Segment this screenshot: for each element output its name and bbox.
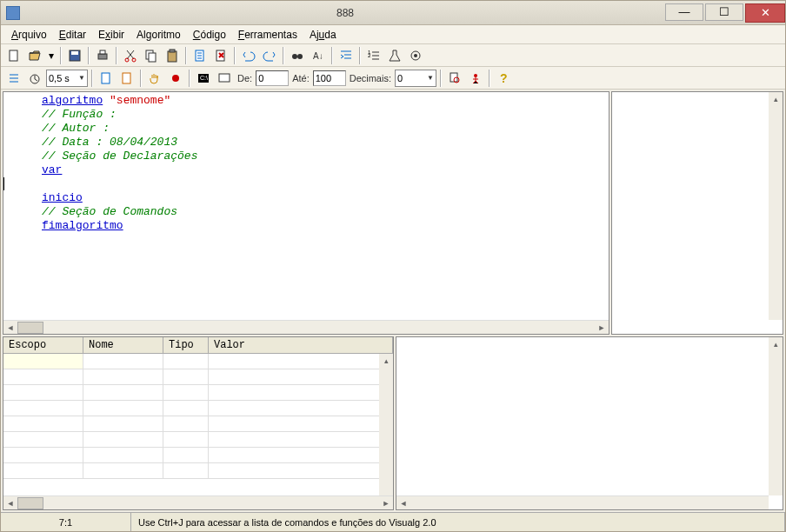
doc1-button[interactable] (97, 69, 116, 88)
svg-text:?: ? (500, 71, 508, 85)
separator (88, 47, 90, 64)
svg-rect-26 (219, 74, 230, 82)
save-button[interactable] (65, 46, 84, 65)
help-button[interactable]: ? (494, 69, 513, 88)
console-icon: C:\ (196, 71, 210, 85)
number-button[interactable]: 12 (364, 46, 383, 65)
status-message: Use Ctrl+J para acessar a lista de coman… (131, 513, 785, 531)
col-tipo[interactable]: Tipo (163, 337, 209, 353)
clock-icon (28, 71, 42, 85)
code-editor[interactable]: algoritmo "semnome" // Função : // Autor… (3, 91, 609, 335)
separator (359, 47, 361, 64)
menu-ajuda[interactable]: Ajuda (304, 27, 342, 43)
timer-combo[interactable]: 0,5 s▼ (46, 70, 88, 87)
timer-button[interactable] (25, 69, 44, 88)
grid-row[interactable] (3, 354, 393, 369)
side-vscroll[interactable]: ▴ (769, 92, 783, 320)
grid-row[interactable] (3, 401, 393, 416)
grid-row[interactable] (3, 463, 393, 479)
window-controls: — ☐ ✕ (665, 3, 785, 23)
menu-algoritmo[interactable]: Algoritmo (131, 27, 186, 43)
binoculars-icon (290, 49, 304, 63)
open-icon (28, 49, 42, 63)
replace-button[interactable]: A↓ (309, 46, 328, 65)
close-button[interactable]: ✕ (745, 3, 785, 23)
find-button[interactable] (288, 46, 307, 65)
editor-row: algoritmo "semnome" // Função : // Autor… (3, 91, 783, 335)
col-nome[interactable]: Nome (83, 337, 163, 353)
help-icon: ? (496, 71, 510, 85)
code-content[interactable]: algoritmo "semnome" // Função : // Autor… (3, 92, 609, 320)
copy-icon (144, 49, 158, 63)
menu-arquivo[interactable]: Arquivo (6, 27, 52, 43)
svg-point-29 (474, 74, 477, 77)
maximize-button[interactable]: ☐ (705, 3, 743, 21)
grid-header: Escopo Nome Tipo Valor (3, 337, 393, 354)
copy-button[interactable] (142, 46, 161, 65)
grid-row[interactable] (3, 432, 393, 448)
list-icon: 12 (367, 49, 381, 63)
col-escopo[interactable]: Escopo (3, 337, 83, 353)
grid-row[interactable] (3, 369, 393, 385)
person-icon (469, 71, 483, 85)
replace-icon: A↓ (311, 49, 325, 63)
exec-button[interactable] (466, 69, 485, 88)
indent-button[interactable] (336, 46, 356, 65)
de-input[interactable] (256, 70, 289, 86)
grid-row[interactable] (3, 385, 393, 401)
menu-ferramentas[interactable]: Ferramentas (233, 27, 303, 43)
cursor-position: 7:1 (1, 513, 131, 531)
separator (116, 47, 117, 64)
undo-button[interactable] (239, 46, 258, 65)
grid-vscroll[interactable]: ▴ (379, 354, 393, 495)
grid-hscroll[interactable]: ◄► (3, 495, 393, 509)
paste-icon (165, 49, 179, 63)
out-vscroll[interactable]: ▴ (769, 337, 783, 495)
variables-grid: Escopo Nome Tipo Valor ▴ ◄► (3, 336, 394, 510)
grid-body: ▴ (3, 354, 393, 495)
tool-b-button[interactable] (211, 46, 230, 65)
tool-a-button[interactable] (190, 46, 210, 65)
open-button[interactable] (25, 46, 44, 65)
cut-button[interactable] (121, 46, 140, 65)
decimais-label: Decimais: (350, 73, 391, 83)
svg-point-23 (172, 75, 179, 82)
flask-button[interactable] (385, 46, 404, 65)
ate-input[interactable] (313, 70, 346, 86)
doc2-button[interactable] (117, 69, 137, 88)
menu-exibir[interactable]: Exibir (93, 27, 130, 43)
col-valor[interactable]: Valor (209, 337, 393, 353)
screen-icon (217, 71, 231, 85)
hand-icon (148, 71, 162, 85)
run-lines-button[interactable] (4, 69, 23, 88)
editor-hscroll[interactable]: ◄► (3, 320, 609, 334)
out-hscroll[interactable]: ◄ (396, 495, 769, 509)
decimais-combo[interactable]: 0▼ (395, 70, 436, 87)
minimize-button[interactable]: — (665, 3, 703, 21)
undo-icon (242, 49, 256, 63)
hand-button[interactable] (145, 69, 164, 88)
user-button[interactable] (445, 69, 464, 88)
print-button[interactable] (93, 46, 112, 65)
svg-rect-21 (102, 73, 110, 83)
grid-row[interactable] (3, 448, 393, 463)
settings-button[interactable] (406, 46, 425, 65)
new-button[interactable] (4, 46, 23, 65)
svg-rect-2 (71, 51, 78, 55)
svg-point-13 (292, 54, 297, 59)
screen-button[interactable] (215, 69, 234, 88)
redo-icon (263, 49, 276, 63)
paste-button[interactable] (163, 46, 182, 65)
save-icon (68, 49, 82, 63)
svg-rect-10 (170, 50, 175, 52)
menu-codigo[interactable]: Código (188, 27, 231, 43)
open-dropdown[interactable]: ▾ (46, 46, 57, 65)
new-icon (7, 49, 21, 63)
redo-button[interactable] (260, 46, 279, 65)
svg-rect-22 (123, 73, 130, 83)
print-icon (96, 49, 110, 63)
console-button[interactable]: C:\ (194, 69, 213, 88)
menu-editar[interactable]: Editar (54, 27, 91, 43)
grid-row[interactable] (3, 416, 393, 432)
break-button[interactable] (166, 69, 185, 88)
